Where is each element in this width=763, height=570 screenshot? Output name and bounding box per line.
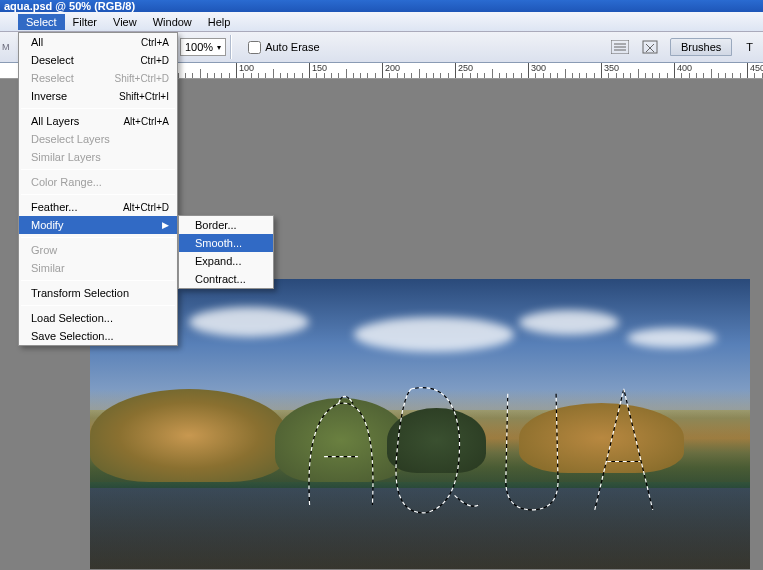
menu-item-feather[interactable]: Feather...Alt+Ctrl+D <box>19 198 177 216</box>
submenu-arrow-icon: ▶ <box>162 220 169 230</box>
t-tab[interactable]: T <box>742 39 757 55</box>
menu-select[interactable]: Select <box>18 14 65 30</box>
menu-item-all-layers[interactable]: All LayersAlt+Ctrl+A <box>19 112 177 130</box>
auto-erase-label: Auto Erase <box>265 41 319 53</box>
brushes-palette-tab[interactable]: Brushes <box>670 38 732 56</box>
menu-separator <box>21 108 175 109</box>
menu-item-grow: Grow <box>19 241 177 259</box>
submenu-item-border[interactable]: Border... <box>179 216 273 234</box>
submenu-item-contract[interactable]: Contract... <box>179 270 273 288</box>
dropdown-arrow-icon: ▾ <box>217 43 221 52</box>
submenu-item-smooth[interactable]: Smooth... <box>179 234 273 252</box>
svg-rect-4 <box>643 41 657 53</box>
modify-submenu: Border...Smooth...Expand...Contract... <box>178 215 274 289</box>
auto-erase-checkbox[interactable] <box>248 41 261 54</box>
select-menu-dropdown: AllCtrl+ADeselectCtrl+DReselectShift+Ctr… <box>18 32 178 346</box>
palette-toggle-icon[interactable] <box>640 37 660 57</box>
menu-separator <box>21 194 175 195</box>
menu-separator <box>21 305 175 306</box>
menu-item-similar: Similar <box>19 259 177 277</box>
document-canvas[interactable] <box>90 279 750 569</box>
menu-item-deselect-layers: Deselect Layers <box>19 130 177 148</box>
menu-item-transform-selection[interactable]: Transform Selection <box>19 284 177 302</box>
menu-window[interactable]: Window <box>145 14 200 30</box>
zoom-field[interactable]: 100% ▾ <box>180 38 226 56</box>
submenu-item-expand[interactable]: Expand... <box>179 252 273 270</box>
title-bar: aqua.psd @ 50% (RGB/8) <box>0 0 763 12</box>
menu-item-save-selection[interactable]: Save Selection... <box>19 327 177 345</box>
menu-separator <box>21 237 175 238</box>
menu-separator <box>21 169 175 170</box>
menu-separator <box>21 280 175 281</box>
menu-view[interactable]: View <box>105 14 145 30</box>
menu-item-inverse[interactable]: InverseShift+Ctrl+I <box>19 87 177 105</box>
menu-item-reselect: ReselectShift+Ctrl+D <box>19 69 177 87</box>
auto-erase-option[interactable]: Auto Erase <box>248 41 319 54</box>
menu-item-deselect[interactable]: DeselectCtrl+D <box>19 51 177 69</box>
menu-filter[interactable]: Filter <box>65 14 105 30</box>
menu-item-similar-layers: Similar Layers <box>19 148 177 166</box>
file-browser-icon[interactable] <box>610 37 630 57</box>
title-text: aqua.psd @ 50% (RGB/8) <box>4 0 135 12</box>
menu-help[interactable]: Help <box>200 14 239 30</box>
menu-item-load-selection[interactable]: Load Selection... <box>19 309 177 327</box>
zoom-value: 100% <box>185 41 213 53</box>
toolbar-separator <box>230 35 232 59</box>
menu-item-all[interactable]: AllCtrl+A <box>19 33 177 51</box>
menu-item-modify[interactable]: Modify▶ <box>19 216 177 234</box>
menu-bar: Select Filter View Window Help <box>0 12 763 32</box>
menu-item-color-range: Color Range... <box>19 173 177 191</box>
